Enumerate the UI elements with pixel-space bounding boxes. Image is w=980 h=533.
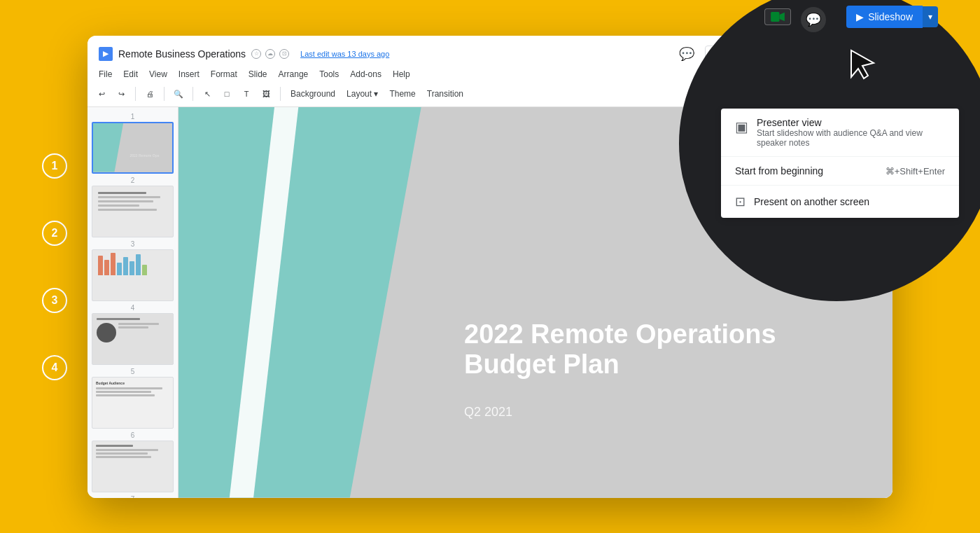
slides-app-icon: ▶ <box>99 47 113 61</box>
top-meet-button[interactable] <box>764 8 791 25</box>
slide-thumb-3[interactable] <box>92 249 174 301</box>
top-slideshow-dropdown[interactable]: ▾ <box>923 6 938 27</box>
slide-num-7: 7 <box>92 495 174 498</box>
slideshow-btn-label: Slideshow <box>868 11 913 22</box>
menu-tools[interactable]: Tools <box>319 69 339 79</box>
slide-3-chart <box>92 250 173 278</box>
dropdown-presenter-view[interactable]: ▣ Presenter view Start slideshow with au… <box>721 109 959 157</box>
toolbar-text[interactable]: T <box>238 85 255 102</box>
slide-num-5: 5 <box>92 368 174 375</box>
toolbar-cursor[interactable]: ↖ <box>199 85 216 102</box>
menu-slide[interactable]: Slide <box>248 69 267 79</box>
presenter-view-subtitle: Start slideshow with audience Q&A and vi… <box>757 128 945 148</box>
slide-thumb-2[interactable] <box>92 186 174 237</box>
dropdown-start-beginning[interactable]: Start from beginning ⌘+Shift+Enter <box>721 157 959 186</box>
step-4: 4 <box>42 355 67 380</box>
menu-addons[interactable]: Add-ons <box>350 69 382 79</box>
slide-entry-7: 7 <box>92 495 174 498</box>
toolbar-shape[interactable]: □ <box>218 85 235 102</box>
svg-marker-3 <box>851 50 874 78</box>
cast-icon: ⊡ <box>735 194 746 209</box>
play-icon: ▶ <box>856 11 864 22</box>
last-edit-text: Last edit was 13 days ago <box>300 50 389 58</box>
toolbar-redo[interactable]: ↪ <box>113 85 130 102</box>
svg-marker-5 <box>779 13 784 21</box>
title-icons: ☆ ☁ ⊡ <box>251 49 289 59</box>
slide-main-subtitle: Q2 2021 <box>464 405 857 420</box>
toolbar-zoom-out[interactable]: 🔍 <box>170 85 187 102</box>
presenter-view-title: Presenter view <box>757 117 945 128</box>
slide-thumb-5[interactable]: Budget Audience <box>92 377 174 429</box>
toolbar-transition[interactable]: Transition <box>423 88 468 100</box>
slide-entry-6: 6 <box>92 431 174 492</box>
top-comment-button[interactable]: 💬 <box>801 7 826 32</box>
slide-thumb-1[interactable]: 2022 Remote Ops Budget Plan <box>92 122 174 174</box>
toolbar-undo[interactable]: ↩ <box>93 85 110 102</box>
toolbar-divider-1 <box>135 87 136 101</box>
toolbar-print[interactable]: 🖨 <box>141 85 158 102</box>
cursor-pointer <box>848 48 876 83</box>
menu-insert[interactable]: Insert <box>178 69 200 79</box>
top-slideshow-button[interactable]: ▶ Slideshow <box>846 6 923 28</box>
slide-num-2: 2 <box>92 176 174 184</box>
menu-view[interactable]: View <box>149 69 167 79</box>
toolbar-divider-3 <box>192 87 193 101</box>
slide-thumb-6[interactable] <box>92 441 174 492</box>
menu-arrange[interactable]: Arrange <box>279 69 309 79</box>
top-slideshow-area: ▶ Slideshow ▾ <box>846 6 938 28</box>
slide-panel: 1 2022 Remote Ops Budget Plan 2 <box>88 107 178 498</box>
slide-entry-3: 3 <box>92 240 174 301</box>
dropdown-present-screen[interactable]: ⊡ Present on another screen <box>721 186 959 218</box>
slide-thumb-4[interactable] <box>92 313 174 365</box>
slide-entry-1: 1 2022 Remote Ops Budget Plan <box>92 113 174 174</box>
toolbar-background[interactable]: Background <box>286 88 340 100</box>
slide-main-title: 2022 Remote Operations Budget Plan <box>464 319 857 380</box>
toolbar-divider-4 <box>280 87 281 101</box>
top-meet-icon <box>771 12 785 22</box>
slide-entry-4: 4 <box>92 304 174 365</box>
toolbar-theme[interactable]: Theme <box>385 88 419 100</box>
step-1: 1 <box>42 153 67 179</box>
slide-num-4: 4 <box>92 304 174 312</box>
menu-help[interactable]: Help <box>393 69 410 79</box>
folder-icon[interactable]: ⊡ <box>279 49 289 59</box>
slide-num-3: 3 <box>92 240 174 248</box>
document-title: Remote Business Operations <box>118 48 246 60</box>
slide-entry-5: 5 Budget Audience <box>92 368 174 429</box>
toolbar-image[interactable]: 🖼 <box>258 85 274 102</box>
step-3: 3 <box>42 288 67 313</box>
cloud-icon[interactable]: ☁ <box>265 49 275 59</box>
slideshow-dropdown-menu: ▣ Presenter view Start slideshow with au… <box>721 109 959 218</box>
slide-entry-2: 2 <box>92 176 174 237</box>
slide-teal-shape <box>178 107 464 498</box>
start-beginning-shortcut: ⌘+Shift+Enter <box>886 166 945 176</box>
presenter-icon: ▣ <box>735 118 748 135</box>
slide-2-content <box>92 186 173 216</box>
svg-rect-4 <box>771 12 779 22</box>
step-2: 2 <box>42 221 67 246</box>
comment-button[interactable]: 💬 <box>674 41 699 67</box>
step-indicators: 1 2 3 4 <box>42 153 67 380</box>
slide-num-1: 1 <box>92 113 174 120</box>
start-beginning-title: Start from beginning <box>735 165 823 176</box>
menu-format[interactable]: Format <box>211 69 237 79</box>
star-icon[interactable]: ☆ <box>251 49 261 59</box>
toolbar-layout[interactable]: Layout ▾ <box>342 88 382 100</box>
slide-num-6: 6 <box>92 431 174 439</box>
menu-edit[interactable]: Edit <box>123 69 138 79</box>
menu-file[interactable]: File <box>99 69 112 79</box>
present-screen-title: Present on another screen <box>754 196 869 207</box>
toolbar-divider-2 <box>164 87 164 101</box>
